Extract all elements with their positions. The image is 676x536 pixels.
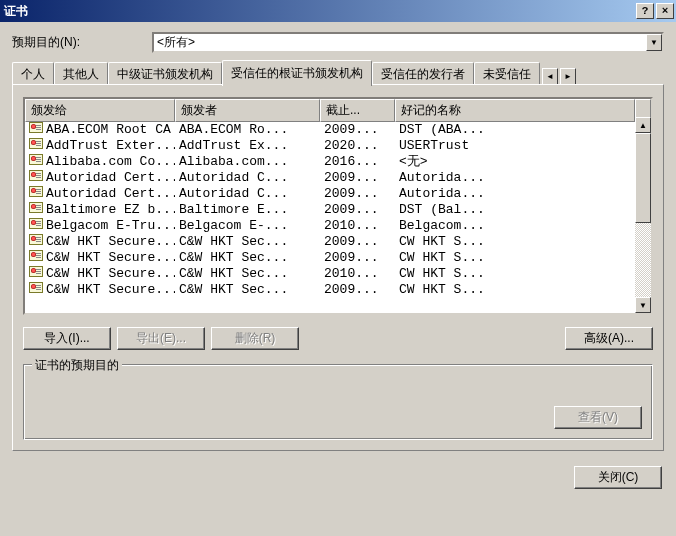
bottom-row: 关闭(C) xyxy=(12,466,664,489)
column-header-0[interactable]: 颁发给 xyxy=(25,99,175,122)
export-button[interactable]: 导出(E)... xyxy=(117,327,205,350)
certificate-icon xyxy=(29,266,43,277)
certificate-icon xyxy=(29,250,43,261)
table-row[interactable]: C&W HKT Secure...C&W HKT Sec...2009...CW… xyxy=(25,282,651,298)
tab-0[interactable]: 个人 xyxy=(12,62,54,86)
close-button[interactable]: × xyxy=(656,3,674,19)
advanced-button[interactable]: 高级(A)... xyxy=(565,327,653,350)
tab-5[interactable]: 未受信任 xyxy=(474,62,540,86)
purpose-label: 预期目的(N): xyxy=(12,34,152,51)
certificate-icon xyxy=(29,218,43,229)
list-header: 颁发给颁发者截止...好记的名称 xyxy=(25,99,651,122)
chevron-down-icon[interactable]: ▼ xyxy=(646,34,662,51)
certificate-icon xyxy=(29,186,43,197)
close-dialog-button[interactable]: 关闭(C) xyxy=(574,466,662,489)
table-row[interactable]: Autoridad Cert...Autoridad C...2009...Au… xyxy=(25,170,651,186)
help-button[interactable]: ? xyxy=(636,3,654,19)
tab-scroll-right-icon[interactable]: ► xyxy=(560,68,576,85)
cert-purpose-groupbox: 证书的预期目的 查看(V) xyxy=(23,364,653,440)
import-button[interactable]: 导入(I)... xyxy=(23,327,111,350)
scroll-thumb[interactable] xyxy=(635,133,651,223)
view-button[interactable]: 查看(V) xyxy=(554,406,642,429)
delete-button[interactable]: 删除(R) xyxy=(211,327,299,350)
certificate-icon xyxy=(29,202,43,213)
purpose-value: <所有> xyxy=(157,34,195,51)
table-row[interactable]: Alibaba.com Co...Alibaba.com...2016...<无… xyxy=(25,154,651,170)
table-row[interactable]: Belgacom E-Tru...Belgacom E-...2010...Be… xyxy=(25,218,651,234)
tab-strip: 个人其他人中级证书颁发机构受信任的根证书颁发机构受信任的发行者未受信任◄► xyxy=(12,63,664,85)
tab-pane: 颁发给颁发者截止...好记的名称 ABA.ECOM Root CAABA.ECO… xyxy=(12,84,664,451)
dialog-body: 预期目的(N): <所有> ▼ 个人其他人中级证书颁发机构受信任的根证书颁发机构… xyxy=(0,22,676,499)
table-row[interactable]: AddTrust Exter...AddTrust Ex...2020...US… xyxy=(25,138,651,154)
certificate-icon xyxy=(29,138,43,149)
certificate-icon xyxy=(29,154,43,165)
tab-4[interactable]: 受信任的发行者 xyxy=(372,62,474,86)
column-header-1[interactable]: 颁发者 xyxy=(175,99,320,122)
tab-2[interactable]: 中级证书颁发机构 xyxy=(108,62,222,86)
action-button-row: 导入(I)... 导出(E)... 删除(R) 高级(A)... xyxy=(23,327,653,350)
list-body[interactable]: ABA.ECOM Root CAABA.ECOM Ro...2009...DST… xyxy=(25,122,651,313)
tab-scroll-left-icon[interactable]: ◄ xyxy=(542,68,558,85)
purpose-row: 预期目的(N): <所有> ▼ xyxy=(12,32,664,53)
vertical-scrollbar[interactable]: ▲ ▼ xyxy=(635,117,651,313)
purpose-combo[interactable]: <所有> ▼ xyxy=(152,32,664,53)
table-row[interactable]: C&W HKT Secure...C&W HKT Sec...2009...CW… xyxy=(25,234,651,250)
table-row[interactable]: ABA.ECOM Root CAABA.ECOM Ro...2009...DST… xyxy=(25,122,651,138)
tab-3[interactable]: 受信任的根证书颁发机构 xyxy=(222,60,372,86)
scroll-up-icon[interactable]: ▲ xyxy=(635,117,651,133)
window-title: 证书 xyxy=(4,3,634,20)
column-header-3[interactable]: 好记的名称 xyxy=(395,99,635,122)
table-row[interactable]: Autoridad Cert...Autoridad C...2009...Au… xyxy=(25,186,651,202)
title-bar: 证书 ? × xyxy=(0,0,676,22)
tab-1[interactable]: 其他人 xyxy=(54,62,108,86)
column-header-2[interactable]: 截止... xyxy=(320,99,395,122)
certificate-icon xyxy=(29,234,43,245)
table-row[interactable]: C&W HKT Secure...C&W HKT Sec...2009...CW… xyxy=(25,250,651,266)
certificate-list[interactable]: 颁发给颁发者截止...好记的名称 ABA.ECOM Root CAABA.ECO… xyxy=(23,97,653,315)
table-row[interactable]: C&W HKT Secure...C&W HKT Sec...2010...CW… xyxy=(25,266,651,282)
certificate-icon xyxy=(29,282,43,293)
certificate-icon xyxy=(29,122,43,133)
certificate-icon xyxy=(29,170,43,181)
table-row[interactable]: Baltimore EZ b...Baltimore E...2009...DS… xyxy=(25,202,651,218)
groupbox-legend: 证书的预期目的 xyxy=(32,357,122,374)
scroll-down-icon[interactable]: ▼ xyxy=(635,297,651,313)
scroll-track[interactable] xyxy=(635,223,651,297)
